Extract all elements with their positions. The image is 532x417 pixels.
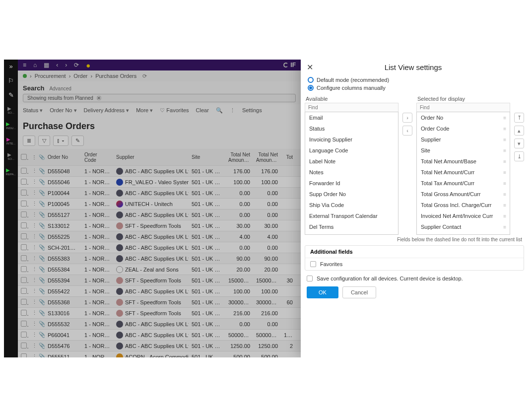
selected-item[interactable]: Total Net Amount/Base≡	[417, 156, 510, 167]
save-config-checkbox[interactable]	[307, 276, 313, 281]
table-row[interactable]: ⋮📎D5551271 - NORMALABC - ABC Supplies UK…	[18, 209, 301, 220]
row-menu-icon[interactable]: ⋮	[29, 310, 36, 316]
row-checkbox[interactable]	[21, 244, 27, 250]
available-item[interactable]: Status	[305, 123, 398, 134]
row-menu-icon[interactable]: ⋮	[29, 168, 36, 174]
clear-link[interactable]: Clear	[196, 107, 209, 113]
available-item[interactable]: External Transport Calendar	[305, 210, 398, 221]
row-menu-icon[interactable]: ⋮	[29, 353, 36, 357]
edit-button[interactable]: ✎	[71, 136, 84, 146]
drag-handle-icon[interactable]: ≡	[503, 115, 506, 121]
table-row[interactable]: ⋮📎D5554761 - NORMALABC - ABC Supplies UK…	[18, 341, 301, 351]
row-menu-icon[interactable]: ⋮	[29, 244, 36, 251]
move-left-button[interactable]: ‹	[402, 126, 412, 136]
row-checkbox[interactable]	[21, 190, 27, 196]
attachment-icon[interactable]: 📎	[36, 343, 45, 349]
hamburger-icon[interactable]: ≡	[23, 62, 26, 69]
drag-handle-icon[interactable]: ≡	[503, 170, 506, 175]
table-row[interactable]: ⋮📎D5550481 - NORMALABC - ABC Supplies UK…	[18, 166, 301, 177]
back-icon[interactable]: ‹	[56, 62, 58, 69]
ok-button[interactable]: OK	[307, 286, 338, 298]
selected-item[interactable]: Total Net Amount/Curr≡	[417, 167, 510, 178]
table-row[interactable]: ⋮📎D5553941 - NORMALSFT - Speedform Tools…	[18, 275, 301, 286]
available-list[interactable]: EmailStatusInvoicing SupplierLanguage Co…	[305, 112, 399, 235]
row-checkbox[interactable]	[21, 277, 27, 283]
available-item[interactable]: Del Terms	[305, 221, 398, 232]
row-checkbox[interactable]	[21, 353, 27, 358]
row-menu-icon[interactable]: ⋮	[29, 222, 36, 229]
move-up-button[interactable]: ▴	[514, 126, 524, 136]
available-item[interactable]: Ship Via Code	[305, 200, 398, 210]
table-row[interactable]: ⋮📎D5552251 - NORMALABC - ABC Supplies UK…	[18, 231, 301, 242]
filter-delivery[interactable]: Delivery Address	[84, 107, 130, 114]
move-right-button[interactable]: ›	[402, 113, 412, 123]
row-checkbox[interactable]	[21, 211, 27, 217]
filter-orderno[interactable]: Order No	[50, 107, 76, 114]
attachment-icon[interactable]: 📎	[36, 222, 45, 229]
attachment-icon[interactable]: 📎	[36, 266, 45, 273]
attachment-icon[interactable]: 📎	[36, 310, 45, 316]
chip-remove-icon[interactable]: ✕	[96, 95, 102, 101]
attachment-icon[interactable]: 📎	[36, 201, 45, 207]
row-checkbox[interactable]	[21, 332, 27, 338]
table-row[interactable]: ⋮📎D5553841 - NORMALZEAL - Zeal and Sons5…	[18, 264, 301, 275]
table-row[interactable]: ⋮📎D5554221 - NORMALABC - ABC Supplies UK…	[18, 286, 301, 297]
available-find-input[interactable]	[305, 103, 399, 112]
chart-button[interactable]: ⫿ ▾	[53, 136, 68, 146]
favorites-checkbox[interactable]	[310, 261, 316, 267]
crumb-2[interactable]: Purchase Orders	[95, 73, 136, 79]
selected-item[interactable]: Site≡	[417, 145, 510, 156]
drag-handle-icon[interactable]: ≡	[503, 148, 506, 153]
drag-handle-icon[interactable]: ≡	[503, 213, 506, 219]
nav-item-0[interactable]: ▶SO...	[7, 106, 14, 114]
attachment-icon[interactable]: 📎	[36, 332, 45, 338]
crumb-refresh-icon[interactable]: ⟳	[142, 73, 147, 79]
nav-item-4[interactable]: ▶REPA...	[6, 167, 16, 176]
table-row[interactable]: ⋮📎D5555321 - NORMALABC - ABC Supplies UK…	[18, 319, 301, 330]
move-down-button[interactable]: ▾	[514, 139, 524, 148]
row-menu-icon[interactable]: ⋮	[29, 299, 36, 305]
radio-manual[interactable]: Configure columns manually	[308, 84, 521, 92]
selected-item[interactable]: Total Gross Incl. Charge/Curr≡	[417, 200, 510, 210]
available-item[interactable]: Label Note	[305, 156, 398, 167]
drag-handle-icon[interactable]: ≡	[503, 126, 506, 132]
attachment-icon[interactable]: 📎	[36, 288, 45, 294]
selected-item[interactable]: Total Gross Amount/Curr≡	[417, 189, 510, 200]
attachment-icon[interactable]: 📎	[36, 299, 45, 305]
row-checkbox[interactable]	[21, 168, 27, 174]
table-row[interactable]: ⋮📎P1000451 - NORMALUNITECH - Unitech501 …	[18, 199, 301, 209]
row-menu-icon[interactable]: ⋮	[29, 266, 36, 273]
filter-more[interactable]: More	[136, 107, 153, 114]
selected-find-input[interactable]	[416, 103, 510, 112]
apps-icon[interactable]: ▦	[44, 62, 49, 69]
row-checkbox[interactable]	[21, 201, 27, 207]
attachment-icon[interactable]: 📎	[36, 233, 45, 240]
nav-item-2[interactable]: ▶INTE...	[6, 137, 16, 145]
spotlight-icon[interactable]: ●	[86, 61, 90, 70]
row-checkbox[interactable]	[21, 233, 27, 239]
row-menu-icon[interactable]: ⋮	[29, 255, 36, 262]
available-item[interactable]: Invoicing Supplier	[305, 134, 398, 145]
radio-default[interactable]: Default mode (recommended)	[308, 76, 521, 84]
row-menu-icon[interactable]: ⋮	[29, 277, 36, 283]
table-row[interactable]: ⋮📎D5553681 - NORMALSFT - Speedform Tools…	[18, 297, 301, 308]
attachment-icon[interactable]: 📎	[36, 168, 45, 174]
table-row[interactable]: ⋮📎D5550461 - NORMALFR_VALEO - Valeo Syst…	[18, 177, 301, 188]
forward-icon[interactable]: ›	[65, 62, 67, 69]
available-item[interactable]: Forwarder Id	[305, 178, 398, 189]
home-icon[interactable]: ⌂	[33, 62, 37, 69]
attachment-icon[interactable]: 📎	[36, 244, 45, 251]
attachment-icon[interactable]: 📎	[36, 277, 45, 283]
nav-item-3[interactable]: ▶SO...	[7, 152, 14, 160]
row-menu-icon[interactable]: ⋮	[29, 179, 36, 185]
favorites-link[interactable]: ♡ Favorites	[160, 107, 189, 114]
move-bottom-button[interactable]: ⤓	[514, 151, 524, 161]
drag-handle-icon[interactable]: ≡	[503, 192, 506, 197]
selected-item[interactable]: Supplier Contact≡	[417, 221, 510, 232]
drag-handle-icon[interactable]: ≡	[503, 224, 506, 230]
row-checkbox[interactable]	[21, 321, 27, 327]
selected-item[interactable]: Supplier≡	[417, 134, 510, 145]
row-checkbox[interactable]	[21, 310, 27, 316]
drag-handle-icon[interactable]: ≡	[503, 203, 506, 208]
row-menu-icon[interactable]: ⋮	[29, 332, 36, 338]
